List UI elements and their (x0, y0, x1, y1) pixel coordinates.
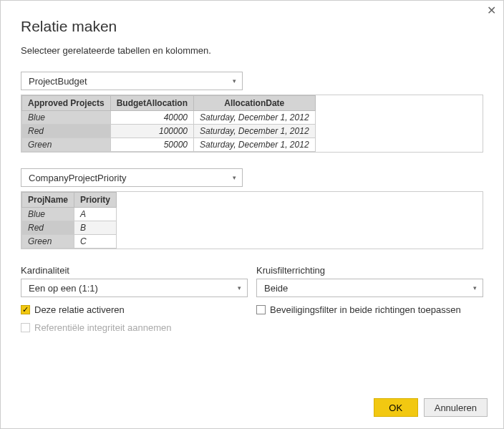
table2-preview: ProjName Priority Blue A Red B Green (21, 191, 483, 249)
security-filter-checkbox[interactable]: Beveiligingsfilter in beide richtingen t… (256, 304, 483, 315)
chevron-down-icon: ▾ (233, 174, 236, 181)
checkbox-unchecked-icon (256, 305, 266, 314)
table2-dropdown[interactable]: CompanyProjectPriority ▾ (21, 168, 243, 187)
table-row: Green C (22, 235, 117, 249)
cardinality-dropdown[interactable]: Een op een (1:1) ▾ (21, 279, 248, 297)
cardinality-value: Een op een (1:1) (29, 283, 98, 294)
cancel-button[interactable]: Annuleren (424, 398, 488, 417)
referential-integrity-checkbox: Referentiële integriteit aannemen (21, 322, 248, 333)
table2-dropdown-value: CompanyProjectPriority (29, 173, 127, 183)
activate-relationship-label: Deze relatie activeren (34, 304, 125, 315)
table1-dropdown-value: ProjectBudget (29, 76, 87, 87)
table-row: Blue 40000 Saturday, December 1, 2012 (22, 111, 316, 125)
chevron-down-icon: ▾ (233, 77, 236, 85)
table1-col-1[interactable]: BudgetAllocation (110, 96, 193, 111)
referential-integrity-label: Referentiële integriteit aannemen (34, 322, 172, 333)
create-relationship-dialog: ✕ Relatie maken Selecteer gerelateerde t… (0, 0, 504, 429)
crossfilter-dropdown[interactable]: Beide ▾ (256, 279, 483, 297)
activate-relationship-checkbox[interactable]: ✓ Deze relatie activeren (21, 304, 248, 315)
table-row: Red 100000 Saturday, December 1, 2012 (22, 125, 316, 138)
crossfilter-value: Beide (264, 283, 288, 294)
checkbox-unchecked-icon (21, 323, 30, 332)
table1-col-0[interactable]: Approved Projects (22, 96, 111, 111)
dialog-subtitle: Selecteer gerelateerde tabellen en kolom… (21, 45, 483, 56)
chevron-down-icon: ▾ (238, 284, 241, 291)
close-icon[interactable]: ✕ (487, 5, 496, 16)
table1-col-2[interactable]: AllocationDate (194, 96, 316, 111)
ok-button[interactable]: OK (374, 398, 418, 417)
checkbox-checked-icon: ✓ (21, 305, 30, 314)
security-filter-label: Beveiligingsfilter in beide richtingen t… (270, 304, 461, 315)
table-row: Red B (22, 221, 117, 235)
table1-dropdown[interactable]: ProjectBudget ▾ (21, 72, 243, 90)
table2-col-0[interactable]: ProjName (22, 193, 74, 208)
table1-preview: Approved Projects BudgetAllocation Alloc… (21, 95, 483, 153)
crossfilter-label: Kruisfilterrichting (256, 265, 483, 276)
table2-col-1[interactable]: Priority (74, 193, 117, 208)
table-row: Green 50000 Saturday, December 1, 2012 (22, 138, 316, 152)
chevron-down-icon: ▾ (473, 284, 477, 291)
cardinality-label: Kardinaliteit (21, 265, 248, 276)
dialog-title: Relatie maken (21, 18, 483, 35)
table-row: Blue A (22, 208, 117, 221)
